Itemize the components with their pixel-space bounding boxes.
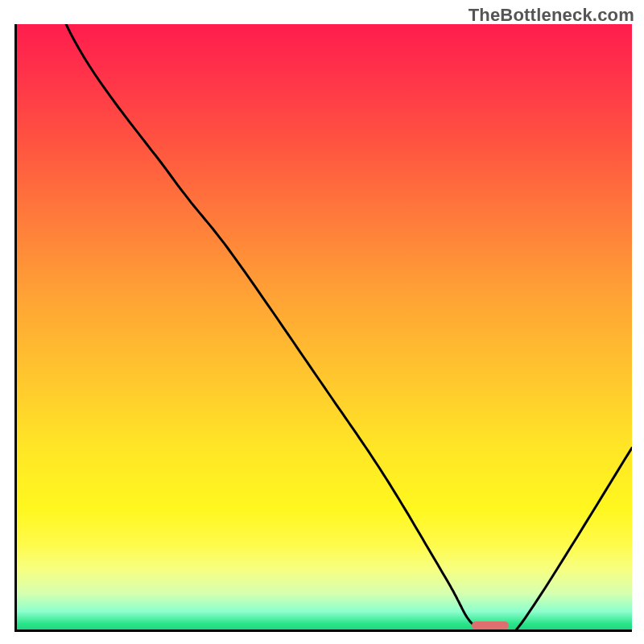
- chart-container: TheBottleneck.com: [0, 0, 644, 644]
- plot-area: [14, 24, 632, 632]
- watermark-text: TheBottleneck.com: [469, 5, 634, 26]
- bottleneck-curve: [17, 24, 632, 630]
- curve-path: [17, 24, 632, 630]
- optimal-range-marker: [472, 621, 509, 630]
